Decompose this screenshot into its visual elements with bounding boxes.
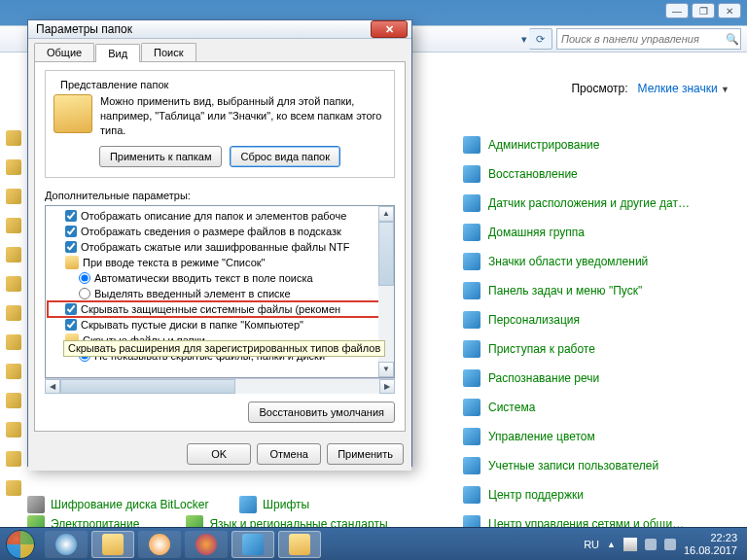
language-indicator[interactable]: RU — [584, 539, 599, 550]
option-radio[interactable] — [79, 288, 90, 299]
bg-close-button[interactable]: ✕ — [718, 3, 741, 18]
option-checkbox[interactable] — [65, 226, 77, 237]
category-icon — [463, 253, 480, 270]
category-icon — [463, 311, 480, 329]
bg-maximize-button[interactable]: ❐ — [692, 3, 715, 18]
taskbar: RU ▲ 22:23 16.08.2017 — [0, 527, 747, 560]
control-panel-item[interactable]: Значки области уведомлений — [463, 247, 735, 276]
tooltip: Скрывать расширения для зарегистрированн… — [63, 340, 385, 357]
scroll-thumb[interactable] — [378, 222, 394, 286]
search-icon: 🔍 — [725, 33, 740, 46]
control-panel-item[interactable]: Система — [463, 393, 735, 422]
option-checkbox[interactable] — [65, 319, 77, 331]
taskbar-media-button[interactable] — [138, 531, 181, 558]
cancel-button[interactable]: Отмена — [257, 443, 321, 465]
advanced-option-row[interactable]: Скрывать защищенные системные файлы (рек… — [48, 301, 392, 317]
category-icon — [463, 399, 480, 416]
tab-search[interactable]: Поиск — [141, 43, 196, 61]
dialog-tabs: Общие Вид Поиск — [28, 39, 411, 61]
scroll-left-button[interactable]: ◀ — [45, 379, 60, 394]
control-panel-item[interactable]: Учетные записи пользователей — [463, 451, 735, 480]
system-tray: RU ▲ 22:23 16.08.2017 — [584, 532, 741, 555]
control-panel-item[interactable]: Панель задач и меню "Пуск" — [463, 276, 735, 305]
control-panel-items-right: АдминистрированиеВосстановлениеДатчик ра… — [463, 130, 735, 560]
dialog-close-button[interactable]: ✕ — [371, 20, 408, 38]
view-mode-row: Просмотр: Мелкие значки ▼ — [571, 82, 729, 95]
apply-to-folders-button[interactable]: Применить к папкам — [99, 146, 223, 167]
scroll-right-button[interactable]: ▶ — [379, 379, 395, 394]
volume-icon[interactable] — [664, 539, 676, 550]
control-panel-item[interactable]: Администрирование — [463, 130, 735, 159]
windows-orb-icon — [6, 530, 35, 559]
reset-folders-button[interactable]: Сброс вида папок — [230, 146, 340, 167]
control-panel-item[interactable]: Распознавание речи — [463, 364, 735, 393]
advanced-option-row[interactable]: Отображать сведения о размере файлов в п… — [48, 224, 392, 239]
bg-minimize-button[interactable]: — — [665, 3, 689, 18]
network-icon[interactable] — [645, 539, 657, 550]
folder-views-fieldset: Представление папок Можно применить вид,… — [45, 70, 395, 178]
taskbar-explorer-button[interactable] — [91, 531, 134, 558]
category-icon — [463, 457, 480, 474]
category-icon — [463, 224, 480, 241]
advanced-label: Дополнительные параметры: — [45, 190, 395, 201]
tray-chevron-icon[interactable]: ▲ — [607, 540, 616, 549]
control-panel-item[interactable]: Домашняя группа — [463, 218, 735, 247]
category-icon — [463, 428, 480, 445]
control-panel-item[interactable]: Центр поддержки — [463, 480, 735, 509]
option-checkbox[interactable] — [65, 241, 77, 253]
dialog-title: Параметры папок — [36, 22, 371, 36]
control-panel-item[interactable]: Шифрование диска BitLocker — [27, 496, 208, 513]
advanced-option-row[interactable]: Скрывать пустые диски в папке "Компьютер… — [48, 317, 392, 332]
advanced-option-row[interactable]: Отображать сжатые или зашифрованные файл… — [48, 239, 392, 255]
folder-options-dialog: Параметры папок ✕ Общие Вид Поиск Предст… — [27, 19, 412, 467]
scroll-up-button[interactable]: ▲ — [378, 206, 394, 222]
control-panel-item[interactable]: Восстановление — [463, 159, 735, 189]
folder-icon — [65, 256, 79, 269]
advanced-option-row[interactable]: Автоматически вводить текст в поле поиск… — [48, 270, 392, 286]
view-mode-link[interactable]: Мелкие значки — [638, 82, 718, 95]
option-checkbox[interactable] — [65, 303, 77, 315]
option-radio[interactable] — [79, 272, 90, 284]
control-panel-item[interactable]: Персонализация — [463, 305, 735, 334]
control-panel-item[interactable]: Управление цветом — [463, 422, 735, 451]
taskbar-folder-button[interactable] — [278, 531, 321, 558]
restore-defaults-button[interactable]: Восстановить умолчания — [248, 402, 395, 423]
tab-view[interactable]: Вид — [95, 44, 140, 62]
control-panel-item[interactable]: Приступая к работе — [463, 334, 735, 364]
search-input[interactable] — [557, 33, 725, 45]
taskbar-controlpanel-button[interactable] — [231, 531, 274, 558]
category-icon — [463, 369, 480, 387]
taskbar-firefox-button[interactable] — [185, 531, 228, 558]
category-icon — [463, 486, 480, 504]
ok-button[interactable]: OK — [187, 443, 251, 465]
start-button[interactable] — [0, 528, 41, 561]
category-icon — [463, 194, 480, 212]
taskbar-ie-button[interactable] — [45, 531, 88, 558]
category-icon — [463, 340, 480, 358]
apply-button[interactable]: Применить — [327, 443, 404, 465]
refresh-button[interactable]: ⟳ — [529, 28, 552, 50]
bg-window-controls: — ❐ ✕ — [665, 3, 741, 18]
category-icon — [463, 282, 480, 299]
control-panel-item[interactable]: Шрифты — [239, 496, 309, 513]
flag-icon[interactable] — [623, 538, 637, 551]
folder-icon — [53, 94, 92, 133]
clock[interactable]: 22:23 16.08.2017 — [684, 532, 737, 555]
horizontal-scrollbar[interactable]: ◀ ▶ — [45, 378, 395, 394]
option-checkbox[interactable] — [65, 210, 77, 222]
advanced-option-row[interactable]: Отображать описание для папок и элементо… — [48, 208, 392, 224]
chevron-down-icon: ▼ — [721, 85, 729, 94]
search-box[interactable]: 🔍 — [556, 28, 741, 50]
control-panel-item[interactable]: Датчик расположения и другие дат… — [463, 189, 735, 218]
folder-views-desc: Можно применить вид, выбранный для этой … — [100, 94, 386, 138]
dialog-titlebar: Параметры папок ✕ — [28, 20, 411, 39]
tab-general[interactable]: Общие — [34, 43, 94, 61]
scroll-down-button[interactable]: ▼ — [378, 362, 394, 377]
advanced-options-list[interactable]: Отображать описание для папок и элементо… — [45, 205, 395, 378]
advanced-option-row[interactable]: При вводе текста в режиме "Список" — [48, 255, 392, 270]
advanced-option-row[interactable]: Выделять введенный элемент в списке — [48, 286, 392, 301]
dialog-footer: OK Отмена Применить — [28, 438, 411, 471]
category-icon — [463, 136, 480, 154]
left-edge-icons — [6, 130, 21, 509]
scroll-thumb-h[interactable] — [60, 379, 235, 394]
